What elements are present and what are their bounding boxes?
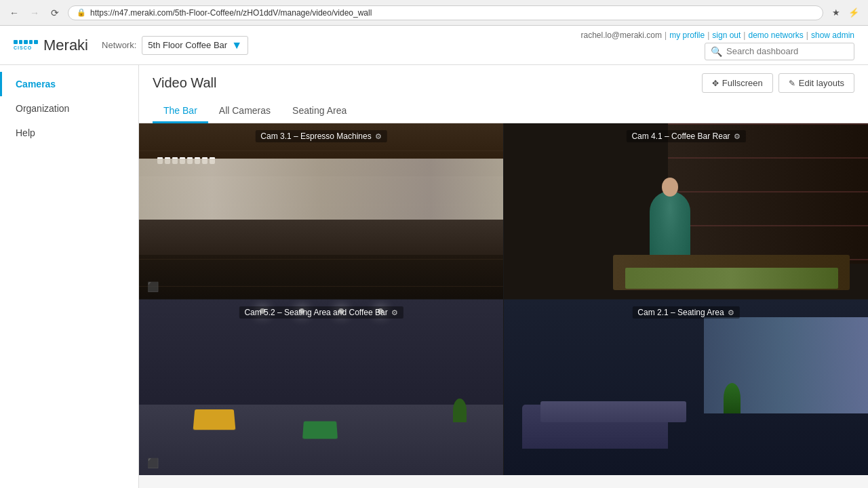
tab-the-bar[interactable]: The Bar	[153, 100, 208, 123]
page-title: Video Wall	[153, 75, 217, 91]
network-dropdown[interactable]: 5th Floor Coffee Bar ▼	[142, 36, 248, 55]
camera-cell-seating-coffee[interactable]: Cam 5.2 – Seating Area and Coffee Bar ⚙	[139, 300, 503, 475]
meraki-text: Meraki	[43, 37, 88, 54]
sidebar: Cameras Organization Help	[0, 65, 139, 488]
video-wall: Cam 3.1 – Espresso Machines ⚙ Ca	[139, 123, 868, 475]
camera-settings-icon-coffee-rear[interactable]: ⚙	[734, 132, 741, 141]
cisco-text: CISCO	[14, 45, 38, 50]
url-text: https://n47.meraki.com/5th-Floor-Coffee/…	[90, 8, 372, 18]
record-indicator-seating-coffee	[147, 458, 161, 468]
search-box[interactable]: 🔍	[705, 43, 854, 60]
search-input[interactable]	[726, 46, 848, 56]
cisco-logo: CISCO	[14, 40, 38, 50]
search-icon: 🔍	[711, 46, 722, 57]
camera-settings-icon-espresso[interactable]: ⚙	[375, 132, 382, 141]
camera-label-espresso: Cam 3.1 – Espresso Machines ⚙	[255, 130, 387, 142]
edit-layouts-button[interactable]: ✎ Edit layouts	[778, 73, 854, 93]
sidebar-item-help[interactable]: Help	[0, 121, 138, 145]
tab-seating-area[interactable]: Seating Area	[281, 100, 357, 123]
browser-chrome: ← → ⟳ 🔒 https://n47.meraki.com/5th-Floor…	[0, 0, 868, 26]
my-profile-link[interactable]: my profile	[669, 30, 705, 40]
header-buttons: ✥ Fullscreen ✎ Edit layouts	[702, 73, 854, 93]
extensions-button[interactable]: ⚡	[846, 5, 861, 20]
demo-networks-link[interactable]: demo networks	[748, 30, 803, 40]
camera-label-coffee-rear: Cam 4.1 – Coffee Bar Rear ⚙	[626, 130, 745, 142]
content-header: Video Wall ✥ Fullscreen ✎ Edit layouts T…	[139, 65, 868, 123]
sidebar-item-cameras[interactable]: Cameras	[0, 72, 138, 96]
camera-settings-icon-seating[interactable]: ⚙	[728, 308, 734, 317]
user-email: rachel.lo@meraki.com	[580, 30, 662, 40]
record-indicator-espresso	[147, 281, 161, 292]
sign-out-link[interactable]: sign out	[712, 30, 741, 40]
network-label: Network:	[102, 40, 136, 50]
forward-button[interactable]: →	[27, 5, 42, 20]
header-right: rachel.lo@meraki.com | my profile | sign…	[580, 30, 854, 60]
camera-settings-icon-seating-coffee[interactable]: ⚙	[391, 308, 398, 317]
dropdown-arrow-icon: ▼	[231, 39, 242, 52]
fullscreen-icon: ✥	[712, 79, 719, 88]
address-bar[interactable]: 🔒 https://n47.meraki.com/5th-Floor-Coffe…	[68, 5, 823, 20]
logo: CISCO Meraki	[14, 37, 88, 54]
bookmark-button[interactable]: ★	[829, 5, 844, 20]
camera-label-seating: Cam 2.1 – Seating Area ⚙	[632, 306, 739, 319]
camera-cell-seating[interactable]: Cam 2.1 – Seating Area ⚙	[504, 300, 868, 475]
reload-button[interactable]: ⟳	[47, 5, 62, 20]
show-admin-link[interactable]: show admin	[811, 30, 854, 40]
network-selector: Network: 5th Floor Coffee Bar ▼	[102, 36, 248, 55]
user-nav: rachel.lo@meraki.com | my profile | sign…	[580, 30, 854, 40]
camera-cell-espresso[interactable]: Cam 3.1 – Espresso Machines ⚙	[139, 123, 503, 299]
sidebar-item-organization[interactable]: Organization	[0, 96, 138, 121]
camera-cell-coffee-rear[interactable]: Cam 4.1 – Coffee Bar Rear ⚙	[504, 123, 868, 299]
edit-icon: ✎	[789, 79, 795, 88]
tabs: The Bar All Cameras Seating Area	[153, 100, 854, 123]
main-layout: Cameras Organization Help Video Wall ✥ F…	[0, 65, 868, 488]
tab-all-cameras[interactable]: All Cameras	[208, 100, 281, 123]
fullscreen-button[interactable]: ✥ Fullscreen	[702, 73, 773, 93]
content-area: Video Wall ✥ Fullscreen ✎ Edit layouts T…	[139, 65, 868, 488]
lock-icon: 🔒	[77, 8, 86, 17]
camera-label-seating-coffee: Cam 5.2 – Seating Area and Coffee Bar ⚙	[239, 306, 403, 319]
network-selected: 5th Floor Coffee Bar	[148, 40, 227, 50]
app-header: CISCO Meraki Network: 5th Floor Coffee B…	[0, 26, 868, 65]
back-button[interactable]: ←	[7, 5, 22, 20]
